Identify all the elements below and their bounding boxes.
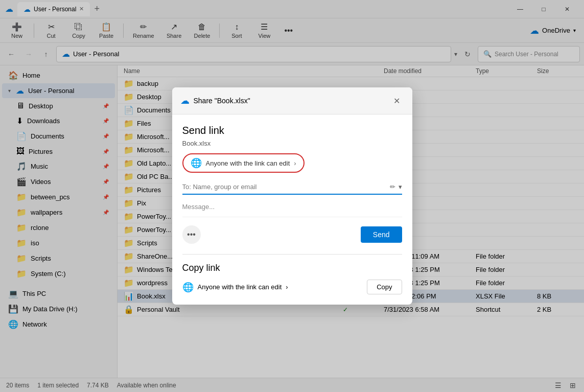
onedrive-dialog-icon: ☁ bbox=[180, 95, 190, 106]
copy-link-button[interactable]: Copy bbox=[367, 280, 402, 294]
dialog-header: ☁ Share "Book.xlsx" ✕ bbox=[172, 87, 412, 114]
more-options-button[interactable]: ••• bbox=[182, 225, 201, 244]
copy-permission-text: Anyone with the link can edit bbox=[198, 283, 282, 291]
dialog-overlay: ☁ Share "Book.xlsx" ✕ Send link Book.xls… bbox=[0, 0, 584, 392]
send-link-heading: Send link bbox=[182, 125, 402, 136]
message-placeholder: Message... bbox=[182, 203, 215, 211]
copy-link-heading: Copy link bbox=[182, 263, 402, 273]
to-field-icons: ✏ ▾ bbox=[390, 183, 402, 191]
copy-permission-arrow: › bbox=[286, 283, 288, 291]
to-field: ✏ ▾ bbox=[182, 180, 402, 195]
dialog-body: Send link Book.xlsx 🌐 Anyone with the li… bbox=[172, 114, 412, 305]
dialog-actions: ••• Send bbox=[182, 225, 402, 246]
copy-permissions: 🌐 Anyone with the link can edit › bbox=[182, 282, 288, 293]
share-dialog: ☁ Share "Book.xlsx" ✕ Send link Book.xls… bbox=[172, 87, 412, 305]
send-button[interactable]: Send bbox=[361, 226, 402, 243]
permission-arrow: › bbox=[294, 159, 296, 167]
dropdown-icon: ▾ bbox=[399, 183, 402, 191]
copy-globe-icon: 🌐 bbox=[182, 282, 194, 293]
permission-text: Anyone with the link can edit bbox=[206, 159, 290, 167]
globe-icon: 🌐 bbox=[191, 157, 202, 169]
copy-link-row: 🌐 Anyone with the link can edit › Copy bbox=[182, 280, 402, 294]
dialog-close-button[interactable]: ✕ bbox=[390, 94, 404, 108]
edit-icon: ✏ bbox=[390, 183, 395, 191]
dialog-divider bbox=[182, 254, 402, 255]
message-area[interactable]: Message... bbox=[182, 201, 402, 217]
share-filename: Book.xlsx bbox=[182, 140, 402, 147]
dialog-title: Share "Book.xlsx" bbox=[194, 97, 386, 105]
to-input[interactable] bbox=[182, 183, 386, 191]
permissions-button[interactable]: 🌐 Anyone with the link can edit › bbox=[182, 153, 305, 173]
